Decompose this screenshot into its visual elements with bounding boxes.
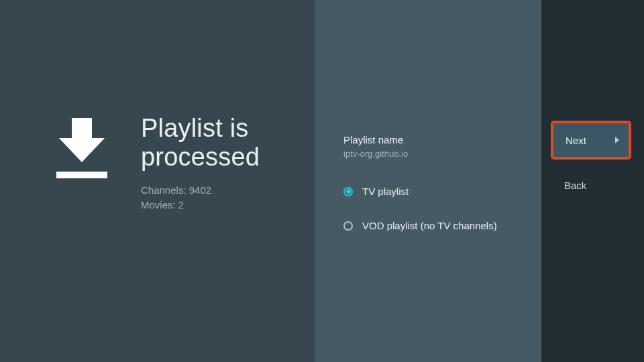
radio-tv-playlist[interactable]: TV playlist [343, 186, 541, 197]
channels-count: Channels: 9402 [141, 183, 260, 198]
radio-unselected-icon [343, 221, 353, 231]
next-button[interactable]: Next [552, 122, 630, 158]
status-panel: Playlist is processed Channels: 9402 Mov… [0, 0, 315, 362]
status-title-line2: processed [141, 143, 260, 171]
status-title-line1: Playlist is [141, 114, 249, 142]
radio-vod-label: VOD playlist (no TV channels) [362, 220, 497, 231]
form-panel: Playlist name iptv-org.github.io TV play… [315, 0, 541, 362]
status-title: Playlist is processed [141, 114, 260, 171]
radio-vod-playlist[interactable]: VOD playlist (no TV channels) [343, 220, 541, 231]
radio-selected-icon [343, 187, 353, 196]
back-button[interactable]: Back [552, 172, 633, 199]
back-button-label: Back [564, 180, 586, 191]
playlist-name-value: iptv-org.github.io [343, 149, 541, 159]
download-icon [59, 118, 105, 172]
radio-tv-label: TV playlist [362, 186, 409, 197]
action-panel: Next Back [541, 0, 644, 362]
download-icon-container [55, 114, 109, 172]
playlist-name-label: Playlist name [343, 134, 541, 145]
next-button-label: Next [566, 135, 586, 146]
chevron-right-icon [615, 137, 619, 143]
status-text: Playlist is processed Channels: 9402 Mov… [109, 114, 260, 213]
movies-count: Movies: 2 [141, 198, 260, 213]
status-stats: Channels: 9402 Movies: 2 [141, 183, 260, 213]
